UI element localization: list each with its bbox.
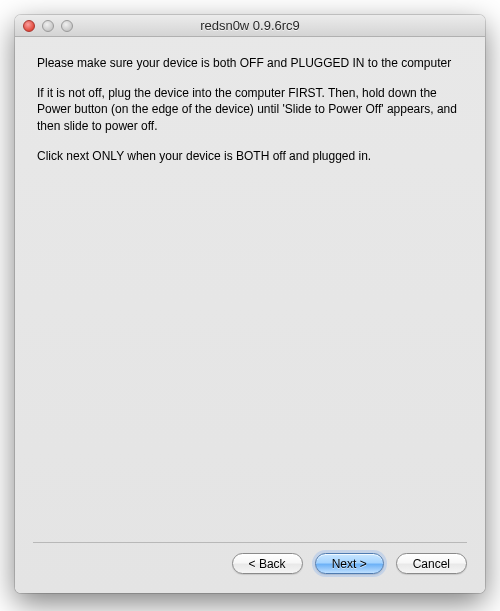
close-icon[interactable] [23,20,35,32]
zoom-icon[interactable] [61,20,73,32]
app-window: redsn0w 0.9.6rc9 Please make sure your d… [15,15,485,593]
content-area: Please make sure your device is both OFF… [15,37,485,542]
back-button[interactable]: < Back [232,553,303,574]
cancel-button[interactable]: Cancel [396,553,467,574]
window-title: redsn0w 0.9.6rc9 [15,18,485,33]
instruction-text-1: Please make sure your device is both OFF… [37,55,463,71]
traffic-lights [15,20,73,32]
button-row: < Back Next > Cancel [15,543,485,588]
titlebar[interactable]: redsn0w 0.9.6rc9 [15,15,485,37]
instruction-text-3: Click next ONLY when your device is BOTH… [37,148,463,164]
minimize-icon[interactable] [42,20,54,32]
instruction-text-2: If it is not off, plug the device into t… [37,85,463,134]
next-button[interactable]: Next > [315,553,384,574]
